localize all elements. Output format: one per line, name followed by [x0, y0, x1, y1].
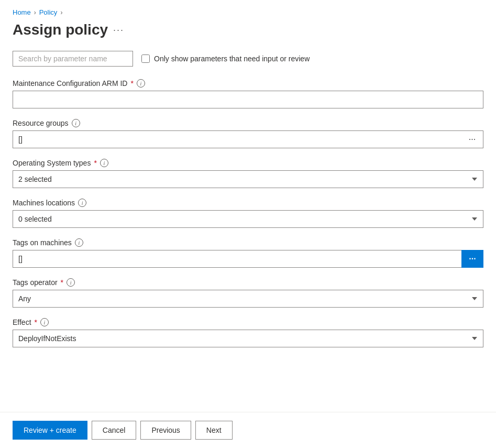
tags-operator-section: Tags operator * i Any — [13, 278, 483, 308]
breadcrumb-policy[interactable]: Policy — [39, 8, 58, 16]
os-types-dropdown[interactable]: 2 selected — [13, 170, 483, 188]
tags-on-machines-input[interactable] — [13, 250, 461, 268]
cancel-button[interactable]: Cancel — [92, 421, 137, 440]
effect-label-text: Effect — [13, 318, 31, 326]
breadcrumb: Home › Policy › — [13, 8, 483, 16]
os-types-dropdown-wrapper: 2 selected — [13, 170, 483, 188]
os-types-label-text: Operating System types — [13, 159, 91, 167]
maintenance-config-label-text: Maintenance Configuration ARM ID — [13, 79, 127, 88]
resource-groups-input[interactable] — [13, 130, 461, 148]
page-title: Assign policy — [13, 21, 108, 38]
machine-locations-dropdown[interactable]: 0 selected — [13, 210, 483, 228]
resource-groups-label-text: Resource groups — [13, 119, 69, 127]
resource-groups-section: Resource groups i ··· — [13, 119, 483, 148]
os-types-info-icon[interactable]: i — [100, 159, 108, 167]
maintenance-config-section: Maintenance Configuration ARM ID * i — [13, 79, 483, 108]
checkbox-filter-label: Only show parameters that need input or … — [154, 54, 310, 63]
effect-dropdown-wrapper: DeployIfNotExists — [13, 330, 483, 347]
next-button[interactable]: Next — [195, 421, 233, 440]
tags-operator-required: * — [61, 278, 63, 287]
show-input-review-checkbox[interactable] — [141, 54, 150, 63]
search-input-wrapper — [13, 51, 133, 67]
effect-required: * — [35, 318, 37, 326]
machine-locations-label-text: Machines locations — [13, 199, 75, 207]
breadcrumb-home[interactable]: Home — [13, 8, 31, 16]
tags-on-machines-browse-button[interactable]: ··· — [461, 250, 483, 268]
main-content: Home › Policy › Assign policy ··· Only s… — [0, 0, 496, 412]
review-create-button[interactable]: Review + create — [13, 421, 87, 440]
machine-locations-info-icon[interactable]: i — [78, 199, 86, 207]
tags-operator-label-text: Tags operator — [13, 278, 58, 287]
maintenance-config-input[interactable] — [13, 91, 483, 108]
tags-on-machines-label: Tags on machines i — [13, 238, 483, 247]
resource-groups-label: Resource groups i — [13, 119, 483, 127]
search-filter-row: Only show parameters that need input or … — [13, 51, 483, 67]
tags-on-machines-info-icon[interactable]: i — [75, 238, 83, 247]
previous-button[interactable]: Previous — [140, 421, 191, 440]
resource-groups-browse-button[interactable]: ··· — [461, 130, 483, 148]
search-input[interactable] — [13, 51, 133, 67]
machine-locations-dropdown-wrapper: 0 selected — [13, 210, 483, 228]
effect-label: Effect * i — [13, 318, 483, 326]
tags-operator-info-icon[interactable]: i — [67, 278, 75, 287]
machine-locations-section: Machines locations i 0 selected — [13, 199, 483, 228]
breadcrumb-separator-2: › — [60, 9, 62, 16]
os-types-required: * — [94, 159, 96, 167]
footer-bar: Review + create Cancel Previous Next — [0, 412, 496, 448]
maintenance-config-label: Maintenance Configuration ARM ID * i — [13, 79, 483, 88]
page-title-row: Assign policy ··· — [13, 21, 483, 38]
resource-groups-info-icon[interactable]: i — [72, 119, 80, 127]
resource-groups-input-row: ··· — [13, 130, 483, 148]
effect-info-icon[interactable]: i — [40, 318, 49, 326]
maintenance-config-info-icon[interactable]: i — [137, 79, 145, 88]
os-types-section: Operating System types * i 2 selected — [13, 159, 483, 188]
tags-operator-dropdown-wrapper: Any — [13, 290, 483, 308]
maintenance-config-required: * — [130, 79, 133, 88]
page-container: Home › Policy › Assign policy ··· Only s… — [0, 0, 496, 448]
effect-dropdown[interactable]: DeployIfNotExists — [13, 330, 483, 347]
effect-section: Effect * i DeployIfNotExists — [13, 318, 483, 347]
machine-locations-label: Machines locations i — [13, 199, 483, 207]
os-types-label: Operating System types * i — [13, 159, 483, 167]
tags-operator-dropdown[interactable]: Any — [13, 290, 483, 308]
more-options-button[interactable]: ··· — [113, 25, 124, 36]
tags-on-machines-section: Tags on machines i ··· — [13, 238, 483, 268]
checkbox-filter-row: Only show parameters that need input or … — [141, 54, 310, 63]
tags-operator-label: Tags operator * i — [13, 278, 483, 287]
breadcrumb-separator-1: › — [34, 9, 36, 16]
tags-on-machines-input-row: ··· — [13, 250, 483, 268]
tags-on-machines-label-text: Tags on machines — [13, 238, 72, 247]
